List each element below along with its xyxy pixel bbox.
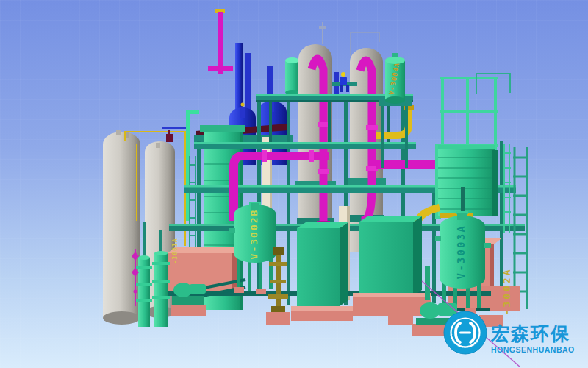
logo-cn-text: 宏森环保 xyxy=(490,323,570,344)
cad-viewport: V-3002B V-3003A -3002A V-3004A -3001A HO… xyxy=(0,0,588,368)
equipment-box-2 xyxy=(353,216,431,316)
vessel-tag-3002a: -3002A xyxy=(501,268,512,316)
vessel-tag-3001a: -3001A xyxy=(172,238,179,264)
logo-en-text: HONGSENHUANBAO xyxy=(491,345,575,354)
valve-maroon xyxy=(166,134,173,142)
vessel-tag-v3002b: V-3002B xyxy=(248,209,259,260)
left-pump xyxy=(171,283,206,316)
magenta-vent-stack xyxy=(218,12,223,74)
plant-3d-view: V-3002B V-3003A -3002A V-3004A -3001A HO… xyxy=(0,0,588,368)
small-green-drum xyxy=(285,57,299,96)
hard-hat xyxy=(341,72,345,77)
vessel-tag-v3003a: V-3003A xyxy=(455,224,467,279)
